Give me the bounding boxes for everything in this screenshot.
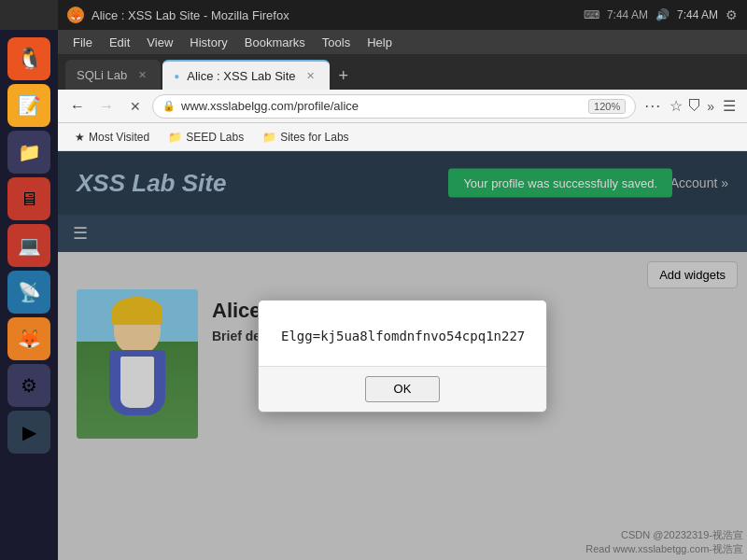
bookmark-seed-labs[interactable]: 📁 SEED Labs [161, 128, 251, 147]
tab-sqli[interactable]: SQLi Lab ✕ [65, 60, 161, 90]
star-icon: ★ [75, 131, 85, 144]
tab-indicator: ● [174, 71, 179, 81]
os-dock: 🐧 📝 📁 🖥 💻 📡 🦊 ⚙ ▶ [0, 30, 58, 560]
tab-alice-label: Alice : XSS Lab Site [187, 69, 295, 83]
bookmark-star-icon[interactable]: ☆ [669, 97, 683, 115]
menu-help[interactable]: Help [359, 34, 400, 51]
folder-icon-2: 📁 [262, 131, 276, 144]
folder-icon-1: 📁 [168, 131, 182, 144]
menu-tools[interactable]: Tools [315, 34, 358, 51]
back-button[interactable]: ← [65, 94, 90, 119]
ubuntu-icon[interactable]: 🐧 [7, 37, 50, 80]
text-editor-app-icon[interactable]: 📝 [7, 84, 50, 127]
hamburger-menu-icon[interactable]: ☰ [719, 97, 740, 115]
bookmark-list-icon[interactable]: ⛉ [687, 98, 702, 115]
ellipsis-button[interactable]: ··· [641, 96, 665, 116]
bookmark-sites-for-labs-label: Sites for Labs [280, 131, 348, 144]
firefox-logo: 🦊 [67, 7, 84, 23]
dialog-overlay: Elgg=kj5ua8lfomdnfnvo54cpq1n227 OK [58, 151, 747, 560]
forward-button[interactable]: → [94, 94, 119, 119]
reload-button[interactable]: ✕ [123, 94, 148, 119]
bookmark-most-visited[interactable]: ★ Most Visited [67, 128, 157, 147]
tab-alice-close[interactable]: ✕ [303, 68, 318, 83]
wireshark-app-icon[interactable]: 📡 [7, 271, 50, 314]
bookmarks-bar: ★ Most Visited 📁 SEED Labs 📁 Sites for L… [58, 123, 747, 151]
tab-alice[interactable]: ● Alice : XSS Lab Site ✕ [162, 60, 329, 90]
menu-view[interactable]: View [139, 34, 180, 51]
system-settings-icon: ⚙ [726, 7, 738, 22]
title-bar: 🦊 Alice : XSS Lab Site - Mozilla Firefox… [58, 0, 747, 30]
web-content: XSS Lab Site Account » Your profile was … [58, 151, 747, 560]
address-bar: ← → ✕ 🔒 www.xsslabelgg.com/profile/alice… [58, 90, 747, 123]
tab-bar: SQLi Lab ✕ ● Alice : XSS Lab Site ✕ + [58, 54, 747, 90]
lock-icon: 🔒 [162, 100, 176, 112]
url-text: www.xsslabelgg.com/profile/alice [181, 99, 583, 113]
menu-file[interactable]: File [65, 34, 100, 51]
new-tab-button[interactable]: + [331, 66, 357, 86]
terminal-app-icon[interactable]: 🖥 [7, 177, 50, 220]
menu-bookmarks[interactable]: Bookmarks [237, 34, 313, 51]
menu-history[interactable]: History [182, 34, 234, 51]
firefox-app-icon[interactable]: 🦊 [7, 317, 50, 360]
settings-app-icon[interactable]: ⚙ [7, 364, 50, 407]
files-app-icon[interactable]: 📁 [7, 131, 50, 174]
ok-button[interactable]: OK [365, 376, 440, 402]
alert-dialog: Elgg=kj5ua8lfomdnfnvo54cpq1n227 OK [258, 300, 547, 413]
dialog-footer: OK [259, 366, 546, 412]
bookmark-sites-for-labs[interactable]: 📁 Sites for Labs [255, 128, 356, 147]
keyboard-indicator: ⌨ [584, 8, 599, 21]
chevron-right-icon[interactable]: » [707, 99, 714, 114]
dialog-body: Elgg=kj5ua8lfomdnfnvo54cpq1n227 [259, 301, 546, 366]
menu-bar: File Edit View History Bookmarks Tools H… [58, 30, 747, 54]
url-bar[interactable]: 🔒 www.xsslabelgg.com/profile/alice 120% [152, 94, 636, 119]
window-title: Alice : XSS Lab Site - Mozilla Firefox [92, 8, 576, 22]
clock: 7:44 AM [677, 8, 718, 21]
tab-sqli-label: SQLi Lab [77, 68, 127, 82]
volume-icon: 🔊 [655, 8, 669, 21]
tab-sqli-close[interactable]: ✕ [134, 67, 149, 82]
bookmark-most-visited-label: Most Visited [89, 131, 149, 144]
language-indicator: 7:44 AM [607, 8, 648, 21]
bookmark-seed-labs-label: SEED Labs [186, 131, 244, 144]
menu-edit[interactable]: Edit [102, 34, 137, 51]
terminal2-app-icon[interactable]: 💻 [7, 224, 50, 267]
terminal3-app-icon[interactable]: ▶ [7, 411, 50, 454]
zoom-badge: 120% [588, 99, 626, 114]
